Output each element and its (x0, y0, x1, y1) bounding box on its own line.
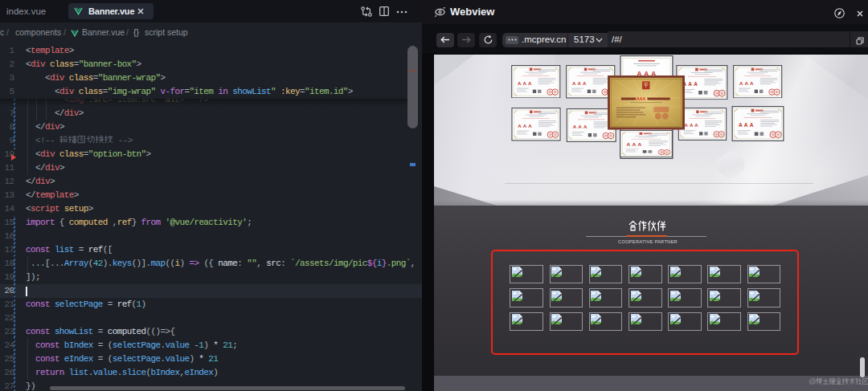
svg-text:@: @ (809, 377, 817, 385)
svg-text:AAA: AAA (637, 96, 645, 101)
